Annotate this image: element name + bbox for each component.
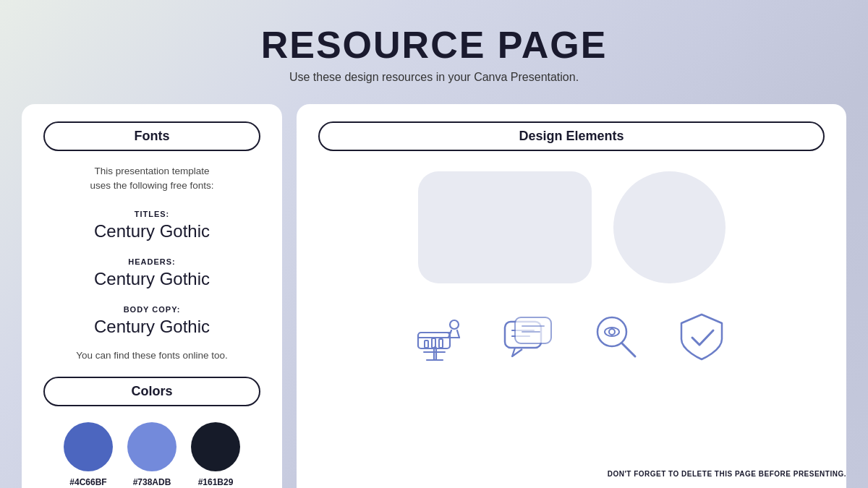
svg-point-8 [450,320,459,329]
page-subtitle: Use these design resources in your Canva… [0,71,868,84]
swatch-circle-2 [127,422,176,471]
swatch-label-3: #161B29 [198,477,234,487]
svg-point-22 [609,329,615,335]
design-elements-header: Design Elements [318,121,825,151]
fonts-description: This presentation template uses the foll… [43,164,260,194]
font-entry-titles: TITLES: Century Gothic [43,207,260,241]
svg-rect-16 [515,317,551,343]
icons-row [318,304,825,369]
font-name-headers: Century Gothic [43,269,260,289]
svg-line-10 [457,330,459,338]
main-content: Fonts This presentation template uses th… [0,104,868,488]
font-entry-body: BODY COPY: Century Gothic [43,302,260,337]
right-panel: Design Elements [297,104,846,488]
svg-rect-2 [418,333,450,348]
footer-note: DON'T FORGET TO DELETE THIS PAGE BEFORE … [608,470,846,478]
svg-rect-7 [439,339,443,348]
swatch-circle-1 [64,422,113,471]
left-panel: Fonts This presentation template uses th… [22,104,282,488]
font-category-titles: TITLES: [135,210,170,218]
rounded-rect-shape [418,171,592,283]
colors-section-label: Colors [43,377,260,406]
shapes-row [318,171,825,283]
design-elements-label: Design Elements [318,121,825,151]
svg-rect-5 [425,341,428,348]
font-name-titles: Century Gothic [43,221,260,241]
font-category-headers: HEADERS: [128,257,175,266]
swatch-3: #161B29 [191,422,240,487]
circle-shape [613,171,726,283]
swatch-circle-3 [191,422,240,471]
shield-check-icon [665,304,738,369]
colors-section: Colors #4C66BF #738ADB #161B29 [43,377,260,487]
swatch-1: #4C66BF [64,422,113,487]
color-swatches: #4C66BF #738ADB #161B29 [43,422,260,487]
search-magnify-icon [579,304,651,369]
svg-rect-6 [432,338,435,348]
swatch-label-1: #4C66BF [69,477,106,487]
page-title: RESOURCE PAGE [0,23,868,67]
chat-message-icon [492,304,564,369]
font-category-body: BODY COPY: [124,305,181,314]
swatch-2: #738ADB [127,422,176,487]
font-entry-headers: HEADERS: Century Gothic [43,254,260,289]
svg-line-20 [622,343,635,356]
fonts-section-label: Fonts [43,121,260,151]
svg-point-19 [597,317,626,346]
font-name-body: Century Gothic [43,317,260,337]
fonts-online-note: You can find these fonts online too. [43,350,260,361]
chart-presentation-icon [405,304,477,369]
swatch-label-2: #738ADB [133,477,171,487]
